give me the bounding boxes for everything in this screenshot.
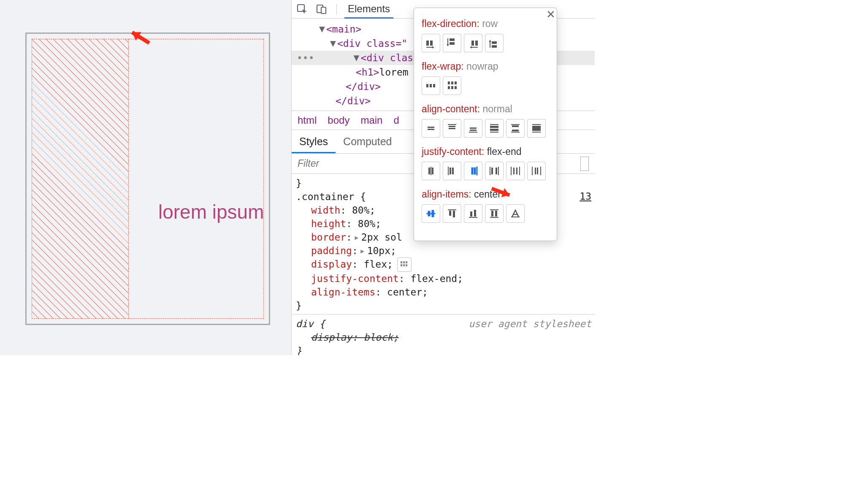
svg-rect-37	[490, 132, 498, 133]
flex-option-fd-col[interactable]	[443, 34, 461, 52]
svg-rect-62	[532, 167, 533, 175]
tab-elements[interactable]: Elements	[344, 0, 393, 19]
svg-rect-45	[428, 168, 430, 174]
ellipsis-icon[interactable]: •••	[294, 51, 317, 65]
device-toolbar-icon[interactable]	[314, 2, 329, 16]
svg-rect-71	[453, 211, 455, 217]
svg-rect-68	[432, 210, 434, 217]
svg-rect-49	[450, 168, 451, 174]
source-line-link[interactable]: 13	[580, 191, 591, 202]
flex-option-fd-row-rev[interactable]	[464, 34, 482, 52]
flex-option-ai-end[interactable]	[464, 204, 482, 223]
svg-rect-32	[470, 130, 477, 131]
inspect-element-icon[interactable]	[295, 2, 309, 16]
flex-option-ai-start[interactable]	[443, 204, 461, 223]
svg-rect-35	[490, 126, 498, 128]
flex-editor-badge-icon[interactable]	[397, 257, 412, 272]
svg-rect-53	[477, 167, 477, 175]
svg-rect-19	[433, 84, 435, 87]
svg-rect-64	[537, 168, 538, 174]
tab-computed[interactable]: Computed	[336, 130, 399, 153]
svg-rect-43	[532, 126, 541, 131]
svg-rect-17	[426, 84, 428, 87]
svg-rect-61	[519, 167, 520, 175]
svg-rect-67	[428, 211, 430, 216]
flex-prop-align-content: align-content: normal	[422, 103, 549, 115]
svg-rect-24	[451, 86, 453, 89]
svg-rect-44	[532, 132, 541, 133]
flex-option-fw-wrap[interactable]	[443, 76, 461, 95]
flex-option-fd-row[interactable]	[422, 34, 440, 52]
flex-prop-justify-content: justify-content: flex-end	[422, 146, 549, 157]
svg-rect-75	[490, 209, 498, 210]
svg-rect-4	[403, 261, 405, 263]
flex-option-fw-nowrap[interactable]	[422, 76, 440, 95]
breadcrumb-item[interactable]: d	[393, 114, 399, 126]
flex-option-jc-around[interactable]	[506, 162, 525, 180]
svg-rect-58	[511, 167, 512, 175]
svg-rect-11	[450, 38, 455, 41]
flex-option-ac-6[interactable]	[527, 119, 546, 138]
flex-option-ac-5[interactable]	[506, 119, 525, 138]
flex-option-jc-start[interactable]	[443, 162, 461, 180]
svg-rect-38	[511, 124, 520, 125]
svg-rect-72	[470, 211, 472, 217]
svg-rect-18	[430, 84, 432, 87]
svg-rect-28	[448, 124, 456, 125]
svg-rect-51	[471, 168, 473, 174]
svg-rect-29	[449, 126, 455, 127]
flex-option-jc-center[interactable]	[422, 162, 440, 180]
svg-rect-50	[452, 168, 454, 174]
svg-rect-26	[428, 127, 434, 128]
flex-option-ai-center[interactable]	[422, 204, 440, 223]
flex-prop-flex-direction: flex-direction: row	[422, 18, 549, 30]
rendered-page-preview: lorem ipsum	[0, 0, 291, 355]
flex-option-jc-evenly[interactable]	[527, 162, 546, 180]
svg-rect-54	[490, 167, 490, 175]
breadcrumb-item[interactable]: html	[298, 114, 317, 126]
svg-rect-76	[491, 211, 493, 217]
svg-rect-48	[448, 167, 449, 175]
dom-node-div[interactable]: <div class="	[337, 36, 407, 51]
flex-prop-flex-wrap: flex-wrap: nowrap	[422, 61, 549, 72]
element-state-toggle[interactable]	[580, 157, 589, 171]
flex-option-fd-col-rev[interactable]	[485, 34, 504, 52]
svg-rect-2	[321, 7, 326, 14]
svg-rect-42	[532, 124, 541, 125]
flex-option-ac-4[interactable]	[485, 119, 504, 138]
flex-option-ai-baseline[interactable]	[506, 204, 525, 223]
svg-rect-13	[475, 41, 478, 46]
svg-rect-47	[432, 168, 433, 174]
flex-option-ac-3[interactable]	[464, 119, 482, 138]
svg-rect-34	[490, 124, 498, 125]
close-icon[interactable]: ✕	[546, 8, 555, 21]
container-element-outline: lorem ipsum	[25, 33, 270, 325]
tab-styles[interactable]: Styles	[292, 130, 336, 153]
dom-node-main[interactable]: <main>	[326, 22, 361, 36]
flex-option-jc-end[interactable]	[464, 162, 482, 180]
svg-rect-7	[403, 264, 405, 266]
svg-rect-65	[540, 167, 541, 175]
svg-rect-21	[451, 81, 453, 84]
svg-rect-16	[492, 41, 497, 44]
user-agent-label: user agent stylesheet	[469, 317, 591, 331]
svg-rect-39	[512, 125, 519, 127]
svg-rect-8	[406, 264, 407, 266]
flex-editor-popover[interactable]: ✕ flex-direction: rowflex-wrap: nowrapal…	[414, 8, 557, 241]
svg-rect-3	[401, 261, 402, 263]
svg-rect-46	[431, 167, 431, 175]
svg-rect-59	[513, 168, 515, 174]
flex-option-ac-1[interactable]	[422, 119, 440, 138]
breadcrumb-item[interactable]: body	[328, 114, 349, 126]
svg-rect-23	[448, 86, 450, 89]
svg-rect-22	[455, 81, 457, 84]
svg-rect-12	[450, 42, 455, 45]
flex-free-space-hatch	[32, 39, 129, 319]
svg-rect-78	[490, 217, 498, 218]
svg-rect-69	[448, 209, 456, 210]
svg-rect-73	[474, 210, 476, 217]
breadcrumb-item[interactable]: main	[360, 114, 382, 126]
flex-option-ai-stretch[interactable]	[485, 204, 504, 223]
flex-option-ac-2[interactable]	[443, 119, 461, 138]
svg-rect-25	[455, 86, 457, 89]
